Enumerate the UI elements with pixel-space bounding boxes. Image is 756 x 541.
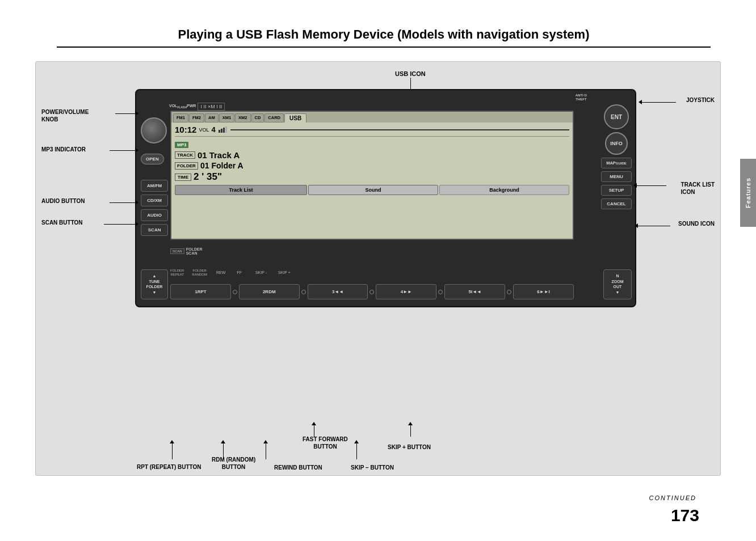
skip-plus-arrow-line (410, 424, 411, 437)
background-button[interactable]: Background (439, 185, 569, 195)
page-number: 173 (671, 506, 699, 525)
ent-button[interactable]: ENT (604, 104, 629, 129)
indicator-circle-4 (438, 290, 443, 294)
fast-forward-button-label: FAST FORWARDBUTTON (303, 436, 348, 450)
mp3-indicator-label: MP3 INDICATOR (41, 146, 86, 153)
scan-button-arrow (104, 224, 137, 225)
audio-button-arrow (110, 202, 137, 203)
tab-fm1[interactable]: FM1 (173, 113, 188, 122)
ff-arrow-line (314, 424, 314, 437)
continued-text: CONTINUED (649, 494, 696, 501)
skip-minus-label: SKIP - (255, 270, 267, 274)
skip-plus-arrowhead (408, 422, 413, 425)
cd-xm-button[interactable]: CD/XM (141, 195, 168, 206)
folder-scan-label: FOLDERSCAN (186, 247, 203, 255)
sound-icon-arrowhead (635, 223, 638, 228)
tab-usb[interactable]: USB (284, 113, 306, 122)
skip-minus-arrow-line (356, 442, 357, 459)
rew-button[interactable]: 3◄◄ (308, 284, 368, 299)
cancel-button[interactable]: CANCEL (601, 198, 632, 209)
rpt-arrow-line (172, 442, 173, 459)
skip-minus-button-label: SKIP − BUTTON (351, 464, 394, 471)
skip-plus-button-label: SKIP + BUTTON (388, 444, 431, 450)
mp3-indicator-arrow (110, 150, 137, 151)
screen-vol-number: 4 (211, 125, 215, 134)
joystick-label: JOYSTICK (686, 97, 715, 103)
radio-unit: ANTI OTHEFT VOLFLASHPWR I II ×M I II OPE… (135, 89, 636, 307)
vol-pwr-text: VOLFLASHPWR (169, 104, 196, 109)
tab-fm2[interactable]: FM2 (189, 113, 204, 122)
track-label-box: TRACK (175, 151, 195, 159)
track-number: 01 (198, 150, 207, 160)
tab-cd[interactable]: CD (251, 113, 264, 122)
screen-vol-label: VOL (199, 127, 209, 133)
transport-buttons: 1RPT 2RDM 3◄◄ 4►► 5I◄◄ 6►►I (170, 284, 574, 299)
scan-button-label: SCAN BUTTON (41, 219, 83, 226)
track-list-button[interactable]: Track List (175, 185, 307, 195)
left-buttons: AM/FM CD/XM AUDIO SCAN (141, 180, 168, 236)
rpt-arrowhead (170, 440, 174, 443)
power-volume-arrow (115, 113, 137, 114)
right-buttons: ENT INFO MAPGUIDE MENU SETUP CANCEL (601, 104, 632, 209)
mp3-indicator-arrowhead (135, 148, 138, 153)
rew-label: REW (216, 270, 225, 274)
rdm-button[interactable]: 2RDM (239, 284, 300, 299)
sound-button[interactable]: Sound (308, 185, 438, 195)
folder-row: FOLDER 01 Folder A (175, 161, 569, 170)
indicator-row: FOLDERREPEAT FOLDERRANDOM REW FF SKIP - … (170, 269, 574, 277)
tab-card[interactable]: CARD (264, 113, 284, 122)
menu-button[interactable]: MENU (601, 171, 632, 182)
audio-button-label: AUDIO BUTTON (41, 198, 85, 204)
tab-xm2[interactable]: XM2 (235, 113, 250, 122)
folder-repeat-label: FOLDERREPEAT (170, 269, 184, 277)
open-button[interactable]: OPEN (141, 154, 164, 164)
scan-button[interactable]: SCAN (141, 224, 168, 236)
screen-buttons: Track List Sound Background (175, 185, 569, 195)
folder-name: Folder A (211, 161, 243, 170)
indicator-circle-2 (301, 290, 306, 294)
time-label-box: TIME (175, 174, 191, 181)
indicator-circle-1 (233, 290, 237, 294)
am-fm-button[interactable]: AM/FM (141, 180, 168, 192)
skip-minus-button[interactable]: 5I◄◄ (444, 284, 505, 299)
folder-scan-area: SCAN FOLDERSCAN (170, 247, 202, 255)
scan-indicator: SCAN (170, 248, 184, 254)
vol-bars (219, 126, 227, 133)
tab-am[interactable]: AM (205, 113, 219, 122)
time-value: 2 ' 35" (194, 171, 222, 183)
power-volume-knob[interactable] (141, 117, 167, 143)
indicator-circle-5 (507, 290, 511, 294)
rdm-arrowhead (221, 440, 225, 443)
zoom-out-button[interactable]: NZOOMOUT▼ (603, 269, 632, 299)
folder-random-label: FOLDERRANDOM (192, 269, 207, 277)
page-title: Playing a USB Flash Memory Device (Model… (57, 27, 711, 48)
track-row: TRACK 01 Track A (175, 150, 569, 160)
side-tab-features: Features (740, 159, 756, 227)
rew-arrow-line (266, 442, 266, 459)
display-icons: I II ×M I II (198, 103, 225, 111)
tab-xm1[interactable]: XM1 (219, 113, 234, 122)
mapguide-button[interactable]: MAPGUIDE (601, 158, 632, 168)
time-display-row: TIME 2 ' 35" (175, 171, 569, 183)
rdm-arrow-line (223, 442, 224, 459)
audio-button-arrowhead (135, 200, 138, 205)
setup-button[interactable]: SETUP (601, 185, 632, 196)
skip-plus-button[interactable]: 6►►I (513, 284, 574, 299)
folder-number: 01 (200, 161, 209, 170)
rdm-random-button-label: RDM (RANDOM)BUTTON (212, 456, 255, 471)
info-button[interactable]: INFO (605, 132, 628, 155)
ff-button[interactable]: 4►► (376, 284, 436, 299)
rpt-button[interactable]: 1RPT (170, 284, 231, 299)
scan-button-arrowhead (135, 222, 138, 226)
joystick-arrowhead (639, 100, 642, 104)
joystick-arrow (642, 102, 676, 103)
vol-pwr-display: VOLFLASHPWR I II ×M I II (169, 103, 225, 111)
audio-button[interactable]: AUDIO (141, 209, 168, 221)
rewind-button-label: REWIND BUTTON (274, 464, 322, 471)
ff-arrowhead (312, 422, 316, 425)
tune-folder-button[interactable]: ▲TUNEFOLDER▼ (141, 269, 168, 299)
indicator-circle-3 (369, 290, 374, 294)
skip-plus-label: SKIP + (278, 270, 291, 274)
rpt-repeat-button-label: RPT (REPEAT) BUTTON (137, 463, 201, 471)
anti-theft-indicator: ANTI OTHEFT (576, 94, 587, 102)
